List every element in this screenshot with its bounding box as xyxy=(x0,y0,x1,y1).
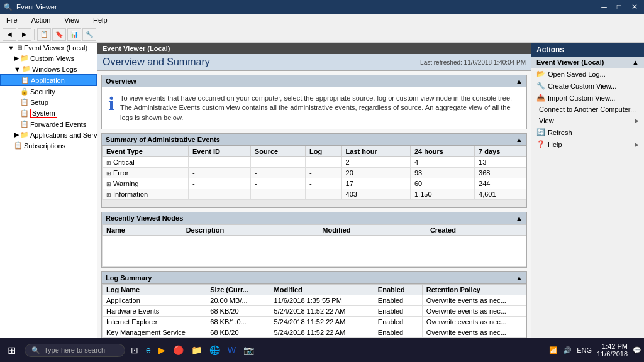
expand-icon: ▶ xyxy=(14,131,19,139)
tree-item-application[interactable]: 📋 Application xyxy=(0,74,97,86)
app-icon-2[interactable]: 📷 xyxy=(242,344,256,356)
action-label: View xyxy=(539,117,554,124)
task-view-icon[interactable]: ⊡ xyxy=(129,344,140,356)
cell-modified: 5/24/2018 11:52:22 AM xyxy=(270,306,374,317)
tree-label: System xyxy=(30,109,57,118)
tree-item-windows-logs[interactable]: ▼ 📁 Windows Logs xyxy=(0,63,97,74)
search-placeholder: Type here to search xyxy=(44,346,105,354)
center-header: Event Viewer (Local) xyxy=(97,43,531,54)
table-row[interactable]: ⊞Warning - - - 17 60 244 xyxy=(103,178,526,189)
log-summary-table: Log Name Size (Curr... Modified Enabled … xyxy=(102,284,526,338)
action-view[interactable]: View ▶ xyxy=(531,115,644,126)
horizontal-scrollbar[interactable] xyxy=(102,200,526,207)
col-source: Source xyxy=(250,146,305,157)
menu-file[interactable]: File xyxy=(3,16,21,25)
action-label: Import Custom View... xyxy=(548,94,615,102)
action-import-custom-view[interactable]: 📥 Import Custom View... xyxy=(531,92,644,104)
start-button[interactable]: ⊞ xyxy=(3,342,21,359)
tree-item-subscriptions[interactable]: 📋 Subscriptions xyxy=(0,140,97,151)
title-text: Event Viewer xyxy=(16,3,57,11)
admin-events-table: Event Type Event ID Source Log Last hour… xyxy=(102,146,526,200)
action-icon: 📂 xyxy=(536,70,545,78)
overview-section-header[interactable]: Overview ▲ xyxy=(102,75,526,87)
close-button[interactable]: ✕ xyxy=(629,3,640,11)
taskbar: ⊞ 🔍 Type here to search ⊡ e ▶ 🔴 📁 🌐 W 📷 … xyxy=(0,338,644,362)
menu-bar: File Action View Help xyxy=(0,14,644,26)
cell-retention: Overwrite events as nec... xyxy=(422,295,526,306)
tree-icon: 📁 xyxy=(20,54,29,62)
admin-events-header[interactable]: Summary of Administrative Events ▲ xyxy=(102,134,526,146)
cell-retention: Overwrite events as nec... xyxy=(422,306,526,317)
cell-type: ⊞Information xyxy=(103,189,189,200)
overview-icon: ℹ xyxy=(108,94,115,114)
search-bar[interactable]: 🔍 Type here to search xyxy=(25,344,125,357)
cell-source: - xyxy=(250,168,305,178)
cell-log: - xyxy=(306,178,342,189)
collapse-icon[interactable]: ▲ xyxy=(516,136,523,143)
col-size: Size (Curr... xyxy=(206,285,270,295)
toolbar-btn3[interactable]: 📊 xyxy=(67,28,81,41)
toolbar-btn2[interactable]: 🔖 xyxy=(52,28,66,41)
action-icon: ❓ xyxy=(536,140,545,148)
edge-icon[interactable]: e xyxy=(144,344,153,356)
cell-24h: 93 xyxy=(410,168,474,178)
col-modified: Modified xyxy=(270,285,374,295)
toolbar-btn4[interactable]: 🔧 xyxy=(82,28,96,41)
col-created: Created xyxy=(426,225,526,236)
table-row[interactable]: Hardware Events 68 KB/20 5/24/2018 11:52… xyxy=(103,306,526,317)
action-open-saved-log[interactable]: 📂 Open Saved Log... xyxy=(531,68,644,80)
table-row[interactable]: Application 20.00 MB/... 11/6/2018 1:35:… xyxy=(103,295,526,306)
log-summary-header[interactable]: Log Summary ▲ xyxy=(102,272,526,284)
vlc-icon[interactable]: ▶ xyxy=(157,344,167,356)
tree-item-app-services[interactable]: ▶ 📁 Applications and Services Lo xyxy=(0,129,97,140)
toolbar-btn1[interactable]: 📋 xyxy=(37,28,51,41)
taskbar-quick-icons: ⊡ e ▶ 🔴 📁 🌐 W 📷 xyxy=(129,344,256,356)
table-row[interactable]: ⊞Error - - - 20 93 368 xyxy=(103,168,526,178)
collapse-icon[interactable]: ▲ xyxy=(516,274,523,282)
tree-item-custom-views[interactable]: ▶ 📁 Custom Views xyxy=(0,53,97,63)
action-refresh[interactable]: 🔄 Refresh xyxy=(531,126,644,138)
cell-size: 68 KB/1.0... xyxy=(206,317,270,327)
time-display: 1:42 PM xyxy=(597,343,628,350)
collapse-icon[interactable]: ▲ xyxy=(516,77,523,85)
tree-icon: 📋 xyxy=(20,109,29,118)
notifications-icon[interactable]: 💬 xyxy=(633,346,641,354)
maximize-button[interactable]: □ xyxy=(614,3,624,11)
menu-view[interactable]: View xyxy=(60,16,83,25)
toolbar-back[interactable]: ◀ xyxy=(3,28,16,41)
tree-item-setup[interactable]: 📋 Setup xyxy=(0,97,97,107)
network-icon: 📶 xyxy=(549,346,558,354)
tree-item-security[interactable]: 🔒 Security xyxy=(0,86,97,97)
table-row[interactable]: Internet Explorer 68 KB/1.0... 5/24/2018… xyxy=(103,317,526,327)
action-help[interactable]: ❓ Help ▶ xyxy=(531,138,644,150)
cell-size: 68 KB/20 xyxy=(206,306,270,317)
tree-label: Application xyxy=(31,77,65,84)
word-icon[interactable]: W xyxy=(226,344,238,356)
chrome-icon[interactable]: 🌐 xyxy=(208,344,222,356)
toolbar-forward[interactable]: ▶ xyxy=(18,28,31,41)
left-pane: ▼ 🖥 Event Viewer (Local) ▶ 📁 Custom View… xyxy=(0,43,97,338)
speaker-icon: 🔊 xyxy=(563,346,572,354)
tree-item-event-viewer[interactable]: ▼ 🖥 Event Viewer (Local) xyxy=(0,43,97,53)
cell-id: - xyxy=(189,168,251,178)
menu-action[interactable]: Action xyxy=(28,16,55,25)
action-connect-computer[interactable]: Connect to Another Computer... xyxy=(531,104,644,115)
app-icon-1[interactable]: 🔴 xyxy=(171,344,186,356)
expand-icon: ▼ xyxy=(8,44,14,52)
menu-help[interactable]: Help xyxy=(89,16,111,25)
action-collapse-icon[interactable]: ▲ xyxy=(632,58,639,66)
cell-type: ⊞Error xyxy=(103,168,189,178)
tree-item-forwarded-events[interactable]: 📋 Forwarded Events xyxy=(0,119,97,129)
collapse-icon[interactable]: ▲ xyxy=(516,214,523,222)
recently-viewed-header[interactable]: Recently Viewed Nodes ▲ xyxy=(102,212,526,224)
cell-enabled: Enabled xyxy=(374,317,422,327)
minimize-button[interactable]: ─ xyxy=(599,3,609,11)
table-row[interactable]: ⊞Information - - - 403 1,150 4,601 xyxy=(103,189,526,200)
table-row[interactable]: ⊞Critical - - - 2 4 13 xyxy=(103,157,526,168)
tree-item-system[interactable]: 📋 System xyxy=(0,107,97,119)
tree-label: Windows Logs xyxy=(32,65,77,73)
action-create-custom-view[interactable]: 🔧 Create Custom View... xyxy=(531,80,644,92)
action-icon: 🔧 xyxy=(536,82,545,90)
folder-icon[interactable]: 📁 xyxy=(189,344,204,356)
table-row[interactable]: Key Management Service 68 KB/20 5/24/201… xyxy=(103,327,526,338)
